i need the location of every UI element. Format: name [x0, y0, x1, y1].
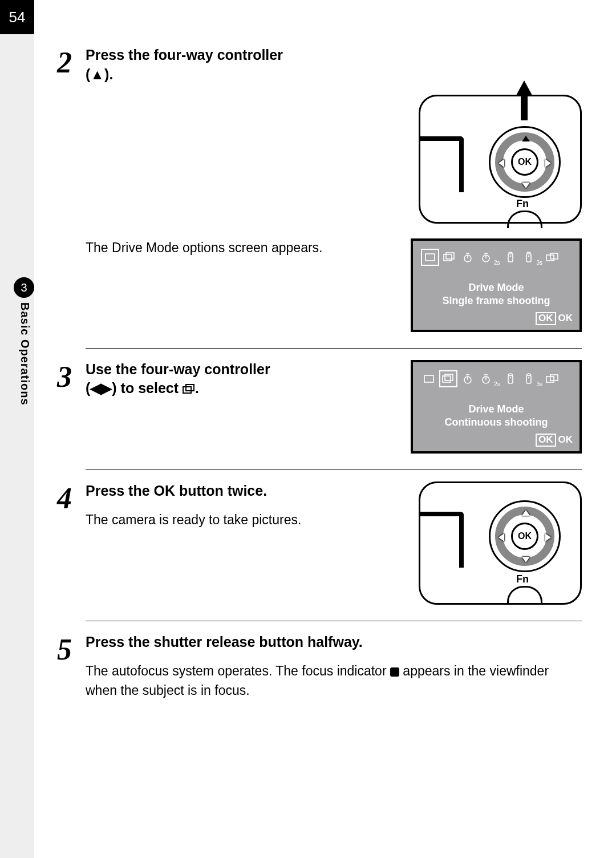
- camera-back-illustration: OK Fn: [419, 95, 582, 224]
- drive-mode-screen-single: 2s 3s Drive Mode Single frame shooting O…: [411, 238, 582, 332]
- remote-3s-icon: [521, 371, 537, 386]
- single-frame-icon: [421, 249, 439, 266]
- camera-back-illustration: OK Fn: [419, 481, 582, 605]
- step-number: 3: [57, 360, 86, 481]
- step-3: 3 Use the four-way controller (◀▶) to se…: [57, 360, 582, 481]
- drive-mode-screen-continuous: 2s 3s Drive Mode Continuous shooting OKO…: [411, 360, 582, 454]
- continuous-shooting-icon: [183, 380, 195, 399]
- divider: [86, 621, 582, 621]
- step-2-title-line2: (▲).: [86, 66, 113, 82]
- up-arrow-icon: [516, 80, 532, 95]
- remote-3s-icon: [521, 250, 537, 265]
- chapter-number-badge: 3: [14, 277, 34, 298]
- step-2-title-line1: Press the four-way controller: [86, 47, 283, 63]
- chapter-title: Basic Operations: [18, 302, 31, 406]
- self-timer-12s-icon: [460, 250, 476, 265]
- svg-rect-16: [186, 385, 194, 391]
- svg-rect-1: [444, 254, 452, 261]
- divider: [86, 470, 582, 470]
- step-5-desc-a: The autofocus system operates. The focus…: [86, 663, 390, 678]
- svg-rect-9: [508, 254, 513, 262]
- step-4-description: The camera is ready to take pictures.: [86, 511, 403, 529]
- fn-button-icon: [507, 586, 542, 604]
- step-3-title: Use the four-way controller (◀▶) to sele…: [86, 360, 395, 400]
- svg-rect-19: [445, 374, 453, 381]
- lcd-title: Drive Mode: [421, 403, 572, 415]
- ok-glyph: OK: [154, 483, 176, 499]
- lcd-subtitle: Single frame shooting: [421, 295, 572, 307]
- focus-indicator-icon: [390, 667, 399, 677]
- divider: [86, 348, 582, 349]
- step-5: 5 Press the shutter release button halfw…: [57, 633, 582, 700]
- manual-page: 54 3 Basic Operations 2 Press the four-w…: [0, 0, 616, 858]
- self-timer-12s-icon: [460, 371, 476, 386]
- four-way-controller-icon: OK: [489, 126, 561, 198]
- step-2-title: Press the four-way controller (▲).: [86, 46, 582, 84]
- fn-label: Fn: [516, 573, 529, 585]
- fn-button-icon: [507, 211, 542, 228]
- continuous-icon: [439, 370, 457, 387]
- continuous-icon: [441, 250, 457, 265]
- step-2-description: The Drive Mode options screen appears.: [86, 238, 395, 257]
- lcd-edge-icon: [419, 136, 464, 192]
- step-number: 5: [57, 633, 86, 700]
- svg-rect-0: [425, 254, 435, 261]
- step-3-title-line2: (◀▶) to select: [86, 380, 183, 396]
- sub-2s: 2s: [494, 260, 500, 266]
- svg-rect-15: [183, 387, 191, 393]
- step-4-title-a: Press the: [86, 483, 154, 499]
- step-number: 4: [57, 481, 86, 633]
- svg-point-29: [528, 377, 529, 378]
- step-4-title: Press the OK button twice.: [86, 481, 403, 501]
- step-3-title-line1: Use the four-way controller: [86, 361, 270, 377]
- lcd-title: Drive Mode: [421, 282, 572, 294]
- svg-rect-18: [443, 376, 451, 382]
- step-5-description: The autofocus system operates. The focus…: [86, 662, 582, 700]
- content-area: 2 Press the four-way controller (▲). OK: [57, 46, 582, 700]
- drive-mode-icon-row: 2s 3s: [421, 249, 572, 266]
- drive-mode-icon-row: 2s 3s: [421, 370, 572, 387]
- ok-button-icon: OK: [511, 148, 538, 176]
- sub-2s: 2s: [494, 381, 500, 387]
- ok-confirm: OKOK: [536, 434, 573, 447]
- ok-button-icon: OK: [511, 523, 538, 550]
- sub-3s: 3s: [537, 260, 543, 266]
- self-timer-2s-icon: [478, 250, 494, 265]
- self-timer-2s-icon: [478, 371, 494, 386]
- page-number: 54: [0, 0, 34, 34]
- lcd-edge-icon: [419, 512, 464, 568]
- svg-rect-28: [526, 375, 531, 383]
- remote-icon: [502, 371, 518, 386]
- remote-icon: [502, 250, 518, 265]
- svg-rect-17: [424, 375, 433, 382]
- svg-point-27: [509, 377, 511, 378]
- svg-rect-26: [508, 375, 513, 383]
- step-number: 2: [57, 46, 86, 360]
- svg-point-12: [528, 255, 529, 257]
- step-5-title: Press the shutter release button halfway…: [86, 633, 582, 652]
- bracket-icon: [545, 250, 561, 265]
- svg-rect-11: [526, 254, 531, 262]
- four-way-controller-icon: OK: [489, 500, 561, 572]
- bracket-icon: [545, 371, 561, 386]
- step-2: 2 Press the four-way controller (▲). OK: [57, 46, 582, 360]
- ok-confirm: OKOK: [536, 312, 573, 325]
- sub-3s: 3s: [537, 381, 543, 387]
- lcd-subtitle: Continuous shooting: [421, 416, 572, 428]
- side-gutter: [0, 34, 34, 858]
- svg-point-10: [509, 255, 511, 257]
- step-4-title-b: button twice.: [175, 483, 267, 499]
- single-frame-icon: [421, 371, 437, 386]
- svg-rect-2: [446, 253, 454, 259]
- step-4: 4 Press the OK button twice. The camera …: [57, 481, 582, 633]
- fn-label: Fn: [516, 198, 529, 210]
